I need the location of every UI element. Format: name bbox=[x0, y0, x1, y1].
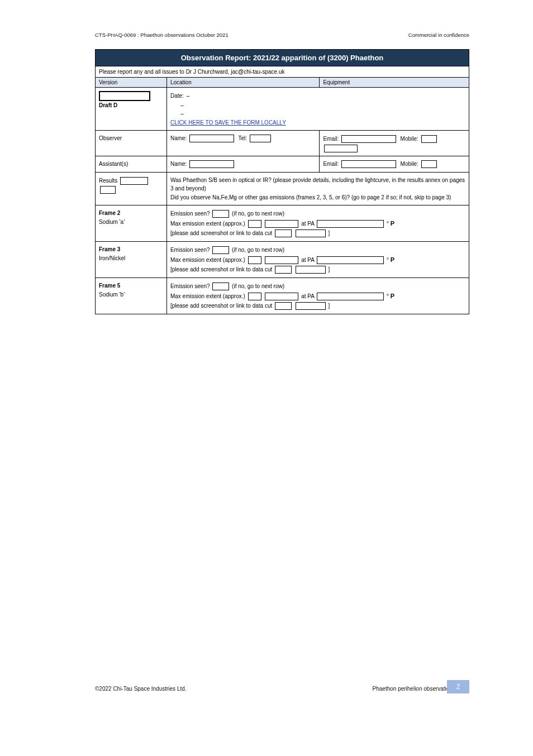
results-gas-q: Did you observe Na,Fe,Mg or other gas em… bbox=[170, 194, 351, 200]
frame3-ss-input-b[interactable] bbox=[296, 266, 326, 274]
frame2-extent-label: Max emission extent (approx.) bbox=[170, 221, 247, 227]
frame2-row: Frame 2 Sodium 'a' Emission seen? (if no… bbox=[96, 205, 469, 242]
save-form-link[interactable]: CLICK HERE TO SAVE THE FORM LOCALLY bbox=[170, 119, 286, 126]
frame2-seen-label: Emission seen? bbox=[170, 210, 211, 217]
frame2-pa-input[interactable] bbox=[317, 220, 384, 228]
frame5-pa-input[interactable] bbox=[317, 293, 384, 300]
observer-tel-label: Tel: bbox=[239, 135, 248, 141]
frame5-ss-input-b[interactable] bbox=[296, 302, 326, 310]
assistant-row: Assistant(s) Name: Email: Mobile: bbox=[96, 156, 469, 173]
frame3-seen-label: Emission seen? bbox=[170, 247, 211, 253]
observer-tel-input[interactable] bbox=[250, 135, 271, 142]
observer-email-input[interactable] bbox=[341, 135, 396, 143]
frame5-seen-label: Emission seen? bbox=[170, 283, 211, 289]
assistant-mobile-label: Mobile: bbox=[401, 161, 418, 167]
frame5-seen-after: (if no, go to next row) bbox=[232, 283, 284, 289]
page-number-badge: 2 bbox=[447, 680, 469, 693]
frame5-row: Frame 5 Sodium 'b' Emission seen? (if no… bbox=[96, 278, 469, 314]
frame3-pa-unit: ° bbox=[387, 257, 389, 263]
frame2-ss-input-b[interactable] bbox=[296, 229, 326, 237]
frame5-pa-unit: ° bbox=[387, 293, 389, 299]
footer-left: ©2022 Chi-Tau Space Industries Ltd. bbox=[95, 686, 187, 692]
assistant-email-input[interactable] bbox=[341, 160, 396, 168]
column-header-row: Version Location Equipment bbox=[96, 78, 469, 88]
frame2-pa-unit: ° bbox=[387, 221, 389, 227]
col-equipment: Equipment bbox=[320, 78, 469, 88]
topnote-right: Commercial in confidence bbox=[408, 32, 469, 38]
assistant-email-label: Email: bbox=[323, 161, 339, 167]
frame2-title: Sodium 'a' bbox=[99, 219, 125, 225]
frame3-ss-label: [please add screenshot or link to data c… bbox=[170, 266, 274, 272]
frame5-extent-input-a[interactable] bbox=[248, 293, 261, 300]
frame2-seen-after: (if no, go to next row) bbox=[232, 210, 284, 217]
footer: ©2022 Chi-Tau Space Industries Ltd. Phae… bbox=[95, 686, 469, 692]
assistant-label: Assistant(s) bbox=[96, 156, 167, 173]
observer-email-label: Email: bbox=[323, 136, 339, 142]
frame3-seen-after: (if no, go to next row) bbox=[232, 247, 284, 253]
results-input-a[interactable] bbox=[120, 177, 148, 185]
frame3-extent-input-b[interactable] bbox=[265, 256, 298, 264]
col-location: Location bbox=[166, 78, 319, 88]
observer-name-label: Name: bbox=[170, 135, 187, 141]
frame3-title: Iron/Nickel bbox=[99, 255, 125, 261]
frame5-extent-label: Max emission extent (approx.) bbox=[170, 293, 247, 299]
frame3-seen-input[interactable] bbox=[212, 246, 229, 254]
topnote-left: CTS-PHAQ-0069 : Phaethon observations Oc… bbox=[95, 32, 229, 38]
observer-mobile-label: Mobile: bbox=[401, 136, 418, 142]
frame5-title: Sodium 'b' bbox=[99, 291, 125, 298]
frame5-seen-input[interactable] bbox=[212, 283, 229, 290]
frame2-p-marker: P bbox=[391, 220, 394, 227]
observer-mobile-input-a[interactable] bbox=[421, 135, 437, 143]
frame2-extent-input-b[interactable] bbox=[265, 220, 298, 228]
frame2-ss-label: [please add screenshot or link to data c… bbox=[170, 230, 274, 236]
observer-label: Observer bbox=[96, 131, 167, 156]
frame2-seen-input[interactable] bbox=[212, 210, 229, 218]
frame3-p-marker: P bbox=[391, 256, 394, 263]
frame2-label: Frame 2 bbox=[99, 210, 120, 216]
frame5-label: Frame 5 bbox=[99, 283, 120, 289]
results-row: Results Was Phaethon S/B seen in optical… bbox=[96, 172, 469, 205]
results-gas-after: (go to page 2 if so; if not, skip to pag… bbox=[351, 194, 451, 200]
observation-form-table: Observation Report: 2021/22 apparition o… bbox=[95, 49, 469, 314]
observer-name-input[interactable] bbox=[189, 135, 234, 142]
frame5-ss-label: [please add screenshot or link to data c… bbox=[170, 303, 274, 309]
version-label: Draft D bbox=[99, 102, 117, 108]
results-seen-q: Was Phaethon S/B seen in optical or IR? bbox=[170, 177, 273, 183]
frame3-row: Frame 3 Iron/Nickel Emission seen? (if n… bbox=[96, 242, 469, 278]
frame2-ss-input-a[interactable] bbox=[275, 229, 292, 237]
assistant-name-input[interactable] bbox=[189, 160, 234, 168]
frame2-ss-after: ] bbox=[329, 230, 330, 236]
version-row: Draft D Date: – – – CLICK HERE TO SAVE T… bbox=[96, 88, 469, 131]
frame3-extent-label: Max emission extent (approx.) bbox=[170, 257, 247, 263]
frame3-ss-input-a[interactable] bbox=[275, 266, 292, 274]
subheader: Please report any and all issues to Dr J… bbox=[96, 66, 469, 78]
assistant-mobile-input[interactable] bbox=[421, 160, 437, 168]
frame5-ss-input-a[interactable] bbox=[275, 302, 292, 310]
frame2-extent-input-a[interactable] bbox=[248, 220, 261, 228]
frame2-pa-label: at PA bbox=[301, 221, 316, 227]
version-select[interactable] bbox=[99, 91, 150, 101]
assistant-name-label: Name: bbox=[170, 161, 187, 167]
observer-row: Observer Name: Tel: Email: Mobile: bbox=[96, 131, 469, 156]
results-label: Results bbox=[99, 178, 117, 184]
frame3-extent-input-a[interactable] bbox=[248, 256, 261, 264]
frame5-extent-input-b[interactable] bbox=[265, 293, 298, 300]
date-label: Date: bbox=[170, 93, 184, 99]
col-version: Version bbox=[96, 78, 167, 88]
banner-title: Observation Report: 2021/22 apparition o… bbox=[96, 50, 469, 66]
header-note: CTS-PHAQ-0069 : Phaethon observations Oc… bbox=[95, 32, 469, 38]
results-input-b[interactable] bbox=[100, 186, 116, 194]
frame3-pa-label: at PA bbox=[301, 257, 316, 263]
frame3-pa-input[interactable] bbox=[317, 256, 384, 264]
frame5-pa-label: at PA bbox=[301, 293, 316, 299]
frame3-label: Frame 3 bbox=[99, 246, 120, 252]
frame5-p-marker: P bbox=[391, 293, 394, 299]
frame3-ss-after: ] bbox=[329, 266, 330, 272]
observer-mobile-input-b[interactable] bbox=[324, 145, 358, 152]
frame5-ss-after: ] bbox=[329, 303, 330, 309]
